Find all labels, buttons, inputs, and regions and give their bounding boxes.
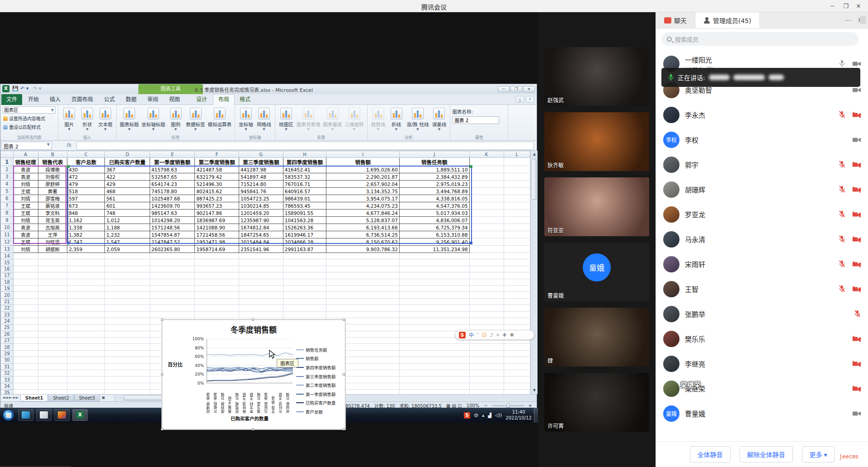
data-cell[interactable]: 胥玉英 xyxy=(38,217,67,224)
column-header-I[interactable]: I xyxy=(326,151,399,158)
data-cell[interactable]: 1423609.70 xyxy=(150,202,195,210)
empty-cell[interactable] xyxy=(67,266,105,272)
ime-mic-icon[interactable]: ♪ xyxy=(490,332,493,338)
member-row-李继亮[interactable]: 李继亮 xyxy=(656,351,868,376)
data-cell[interactable]: 王斌 xyxy=(13,202,38,210)
empty-cell[interactable] xyxy=(399,390,469,394)
data-cell[interactable]: 王斌 xyxy=(13,238,38,246)
row-header-2[interactable]: 2 xyxy=(1,166,14,173)
row-header-8[interactable]: 8 xyxy=(1,210,14,217)
camera-icon[interactable] xyxy=(852,136,861,143)
data-cell[interactable]: 袁波 xyxy=(13,173,38,181)
ime-keyboard-icon[interactable]: ⌗ xyxy=(496,332,499,338)
data-cell[interactable]: 640916.57 xyxy=(283,188,326,195)
tray-ime-icon[interactable]: 中 xyxy=(474,412,478,419)
data-cell[interactable]: 6,736,514.25 xyxy=(326,231,399,238)
camera-icon[interactable] xyxy=(852,86,861,94)
maximize-button[interactable]: ❐ xyxy=(839,2,853,10)
empty-cell[interactable] xyxy=(38,363,67,370)
ribbon-button-文本框[interactable]: 文本框▼ xyxy=(96,106,114,133)
empty-cell[interactable] xyxy=(38,338,67,344)
scroll-up-icon[interactable]: ▲ xyxy=(531,151,538,158)
empty-cell[interactable] xyxy=(38,318,67,324)
data-cell[interactable]: 848 xyxy=(67,210,105,217)
row-header-4[interactable]: 4 xyxy=(1,181,14,188)
empty-cell[interactable] xyxy=(38,350,67,357)
empty-cell[interactable] xyxy=(504,259,530,266)
ribbon-tab-11[interactable]: 格式 xyxy=(235,94,255,105)
empty-cell[interactable] xyxy=(504,292,530,298)
data-cell[interactable]: 748 xyxy=(105,210,150,217)
row-header-10[interactable]: 10 xyxy=(1,224,14,231)
empty-cell[interactable] xyxy=(105,376,150,383)
data-cell[interactable]: 黄著 xyxy=(38,188,67,195)
camera-off-icon[interactable] xyxy=(852,261,861,268)
empty-cell[interactable] xyxy=(195,305,239,311)
ribbon-tab-6[interactable]: 数据 xyxy=(121,94,142,105)
camera-off-icon[interactable] xyxy=(852,360,861,367)
empty-cell[interactable] xyxy=(13,285,38,291)
close-button[interactable]: ✕ xyxy=(852,2,865,10)
empty-cell[interactable] xyxy=(283,285,326,291)
data-cell[interactable]: 1,338 xyxy=(67,224,105,231)
sogou-icon[interactable]: S xyxy=(459,332,466,338)
member-row-王智[interactable]: 王智 xyxy=(656,276,868,301)
empty-cell[interactable] xyxy=(150,298,195,305)
empty-cell[interactable] xyxy=(67,292,105,298)
row-header-17[interactable]: 17 xyxy=(1,272,14,279)
empty-cell[interactable] xyxy=(469,370,504,376)
column-header-J[interactable]: J xyxy=(399,151,469,158)
data-cell[interactable]: 415798.63 xyxy=(150,166,195,173)
empty-cell[interactable] xyxy=(13,376,38,383)
empty-cell[interactable] xyxy=(469,344,504,350)
data-cell[interactable]: 422 xyxy=(105,173,150,181)
ribbon-collapse-icon[interactable]: △ xyxy=(516,96,524,103)
empty-cell[interactable] xyxy=(105,324,150,331)
ribbon-button-模拟运算表[interactable]: 模拟运算表▼ xyxy=(207,106,233,133)
data-cell[interactable]: 2,059 xyxy=(105,246,150,253)
ribbon-button-数据标签[interactable]: 数据标签▼ xyxy=(185,106,207,133)
data-cell[interactable]: 715214.80 xyxy=(239,181,283,188)
empty-cell[interactable] xyxy=(67,253,105,259)
row-header-1[interactable]: 1 xyxy=(1,158,14,166)
empty-cell[interactable] xyxy=(13,305,38,311)
empty-cell[interactable] xyxy=(504,311,530,318)
row-header-14[interactable]: 14 xyxy=(1,253,14,259)
empty-cell[interactable] xyxy=(504,279,530,285)
empty-cell[interactable] xyxy=(399,357,469,363)
ribbon-button-图例[interactable]: 图例▼ xyxy=(167,106,185,133)
data-cell[interactable]: 421487.58 xyxy=(195,166,239,173)
empty-cell[interactable] xyxy=(105,285,150,291)
empty-cell[interactable] xyxy=(67,383,105,389)
data-cell[interactable]: 5,128,837.07 xyxy=(326,217,399,224)
data-cell[interactable]: 1,382 xyxy=(67,231,105,238)
empty-cell[interactable] xyxy=(283,298,326,305)
excel-minimize-button[interactable]: ─ xyxy=(498,86,509,92)
data-cell[interactable]: 蔡铭浪 xyxy=(38,202,67,210)
camera-off-icon[interactable] xyxy=(852,161,861,168)
row-header-20[interactable]: 20 xyxy=(1,292,14,298)
empty-cell[interactable] xyxy=(504,285,530,291)
data-cell[interactable]: 廖舒婷 xyxy=(38,181,67,188)
empty-cell[interactable] xyxy=(13,383,38,389)
data-cell[interactable]: 1,162 xyxy=(67,217,105,224)
empty-cell[interactable] xyxy=(150,272,195,279)
data-cell[interactable]: 1721458.56 xyxy=(195,231,239,238)
empty-cell[interactable] xyxy=(399,253,469,259)
empty-cell[interactable] xyxy=(105,331,150,337)
ime-punct-icon[interactable]: ’ xyxy=(477,332,479,338)
empty-cell[interactable] xyxy=(67,298,105,305)
data-cell[interactable]: 2,359 xyxy=(67,246,105,253)
empty-cell[interactable] xyxy=(105,383,150,389)
data-cell[interactable]: 654174.23 xyxy=(150,181,195,188)
chart-object[interactable]: 冬季度销售额 百分比 100%80%60%40%20%0% 段博艳 袁波刘俊权 … xyxy=(162,319,345,429)
member-row-曹童娥[interactable]: 童娥曹童娥 xyxy=(656,401,868,426)
scroll-down-icon[interactable]: ▼ xyxy=(531,387,538,394)
tab-chat[interactable]: 聊天 xyxy=(656,12,695,28)
empty-cell[interactable] xyxy=(399,370,469,376)
empty-cell[interactable] xyxy=(399,376,469,383)
data-cell[interactable]: 1589091.55 xyxy=(283,210,326,217)
empty-cell[interactable] xyxy=(13,357,38,363)
empty-cell[interactable] xyxy=(469,363,504,370)
empty-cell[interactable] xyxy=(150,266,195,272)
